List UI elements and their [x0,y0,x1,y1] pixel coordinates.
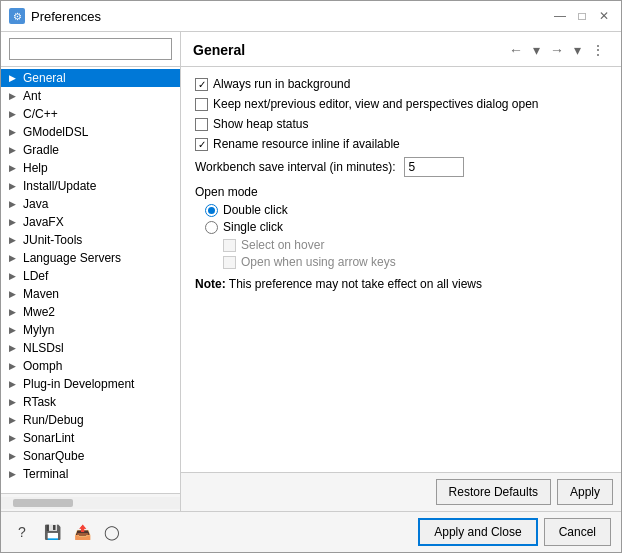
restore-defaults-button[interactable]: Restore Defaults [436,479,551,505]
nav-dropdown2[interactable]: ▾ [570,40,585,60]
workbench-input[interactable] [404,157,464,177]
close-button[interactable]: ✕ [595,7,613,25]
tree-item-installupdate[interactable]: ▶Install/Update [1,177,180,195]
cancel-button[interactable]: Cancel [544,518,611,546]
select-hover-checkbox [223,239,236,252]
more-button[interactable]: ⋮ [587,40,609,60]
tree-item-mylyn[interactable]: ▶Mylyn [1,321,180,339]
tree-item-help[interactable]: ▶Help [1,159,180,177]
search-box [1,32,180,67]
maximize-button[interactable]: □ [573,7,591,25]
double-click-text: Double click [223,203,288,217]
tree-item-label: Gradle [23,143,59,157]
note-content: This preference may not take effect on a… [229,277,482,291]
single-click-radio[interactable] [205,221,218,234]
tree-item-java[interactable]: ▶Java [1,195,180,213]
panel-header: General ← ▾ → ▾ ⋮ [181,32,621,67]
window-title: Preferences [31,9,101,24]
keep-editor-checkbox[interactable] [195,98,208,111]
tree-item-ldef[interactable]: ▶LDef [1,267,180,285]
open-mode-label: Open mode [195,185,607,199]
tree-arrow-icon: ▶ [9,469,21,479]
tree-item-general[interactable]: ▶General [1,69,180,87]
tree-arrow-icon: ▶ [9,163,21,173]
tree-item-sonarqube[interactable]: ▶SonarQube [1,447,180,465]
tree-item-ant[interactable]: ▶Ant [1,87,180,105]
tree-item-label: Java [23,197,48,211]
settings-button[interactable]: ◯ [101,521,123,543]
forward-button[interactable]: → [546,40,568,60]
left-panel: ▶General▶Ant▶C/C++▶GModelDSL▶Gradle▶Help… [1,32,181,511]
horizontal-scrollbar[interactable] [1,497,180,509]
always-run-bg-checkbox[interactable] [195,78,208,91]
rename-resource-checkbox[interactable] [195,138,208,151]
nav-dropdown[interactable]: ▾ [529,40,544,60]
tree-item-nlsdsl[interactable]: ▶NLSDsl [1,339,180,357]
bottom-icons: ? 💾 📤 ◯ [11,521,123,543]
double-click-radio[interactable] [205,204,218,217]
tree-item-javafx[interactable]: ▶JavaFX [1,213,180,231]
tree-arrow-icon: ▶ [9,325,21,335]
tree-item-sonarlint[interactable]: ▶SonarLint [1,429,180,447]
tree-item-language-servers[interactable]: ▶Language Servers [1,249,180,267]
tree-arrow-icon: ▶ [9,199,21,209]
tree-item-label: Plug-in Development [23,377,134,391]
nav-buttons: ← ▾ → ▾ ⋮ [505,40,609,60]
tree-arrow-icon: ▶ [9,145,21,155]
tree-arrow-icon: ▶ [9,235,21,245]
tree-item-oomph[interactable]: ▶Oomph [1,357,180,375]
bottom-bar: ? 💾 📤 ◯ Apply and Close Cancel [1,511,621,552]
tree-item-gmodeldsl[interactable]: ▶GModelDSL [1,123,180,141]
tree-item-gradle[interactable]: ▶Gradle [1,141,180,159]
open-arrow-checkbox [223,256,236,269]
rename-resource-label[interactable]: Rename resource inline if available [195,137,400,151]
panel-body: Always run in background Keep next/previ… [181,67,621,472]
select-hover-row: Select on hover [223,238,607,252]
keep-editor-row: Keep next/previous editor, view and pers… [195,97,607,111]
search-input[interactable] [9,38,172,60]
always-run-bg-label[interactable]: Always run in background [195,77,350,91]
tree-item-rtask[interactable]: ▶RTask [1,393,180,411]
tree-item-label: SonarLint [23,431,74,445]
tree-arrow-icon: ▶ [9,379,21,389]
tree-item-label: JavaFX [23,215,64,229]
open-arrow-text: Open when using arrow keys [241,255,396,269]
minimize-button[interactable]: — [551,7,569,25]
tree-item-junit-tools[interactable]: ▶JUnit-Tools [1,231,180,249]
tree-item-mwe2[interactable]: ▶Mwe2 [1,303,180,321]
scrollbar-thumb [13,499,73,507]
tree-arrow-icon: ▶ [9,109,21,119]
tree-arrow-icon: ▶ [9,289,21,299]
back-button[interactable]: ← [505,40,527,60]
single-click-radio-label[interactable]: Single click [205,220,607,234]
double-click-radio-label[interactable]: Double click [205,203,607,217]
tree-item-terminal[interactable]: ▶Terminal [1,465,180,483]
apply-button[interactable]: Apply [557,479,613,505]
import-button[interactable]: 📤 [71,521,93,543]
tree-item-label: JUnit-Tools [23,233,82,247]
show-heap-text: Show heap status [213,117,308,131]
tree-item-cc[interactable]: ▶C/C++ [1,105,180,123]
help-button[interactable]: ? [11,521,33,543]
show-heap-checkbox[interactable] [195,118,208,131]
tree-item-plug-in-development[interactable]: ▶Plug-in Development [1,375,180,393]
tree-item-label: Oomph [23,359,62,373]
export-button[interactable]: 💾 [41,521,63,543]
apply-close-button[interactable]: Apply and Close [418,518,537,546]
select-hover-text: Select on hover [241,238,324,252]
radio-group: Double click Single click [205,203,607,234]
tree-item-label: Language Servers [23,251,121,265]
show-heap-label[interactable]: Show heap status [195,117,308,131]
tree-item-label: C/C++ [23,107,58,121]
tree-item-maven[interactable]: ▶Maven [1,285,180,303]
always-run-bg-text: Always run in background [213,77,350,91]
tree-arrow-icon: ▶ [9,451,21,461]
rename-resource-text: Rename resource inline if available [213,137,400,151]
always-run-bg-row: Always run in background [195,77,607,91]
tree-item-label: Mylyn [23,323,54,337]
tree-arrow-icon: ▶ [9,361,21,371]
tree-arrow-icon: ▶ [9,415,21,425]
keep-editor-label[interactable]: Keep next/previous editor, view and pers… [195,97,539,111]
title-controls: — □ ✕ [551,7,613,25]
tree-item-rundebug[interactable]: ▶Run/Debug [1,411,180,429]
